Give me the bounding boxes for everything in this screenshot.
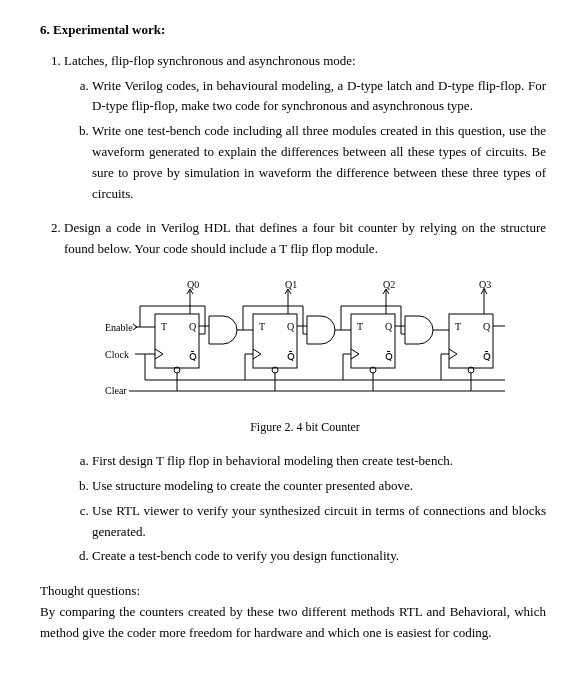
question-2: Design a code in Verilog HDL that define…: [64, 218, 546, 567]
and0: [209, 316, 237, 344]
svg-text:Q̄: Q̄: [483, 351, 491, 362]
q1-a: Write Verilog codes, in behavioural mode…: [92, 76, 546, 118]
q2-b: Use structure modeling to create the cou…: [92, 476, 546, 497]
clock-label: Clock: [105, 349, 129, 360]
ff1: T Q Q̄: [253, 314, 297, 373]
and1: [307, 316, 335, 344]
thought-title: Thought questions:: [40, 581, 546, 602]
question-1: Latches, flip-flop synchronous and async…: [64, 51, 546, 205]
ff2: T Q Q̄: [351, 314, 395, 373]
svg-text:Q̄: Q̄: [287, 351, 295, 362]
q1-text: Latches, flip-flop synchronous and async…: [64, 53, 356, 68]
figure-2: Enable Clock Clear Q0 Q1 Q2 Q3 T Q Q̄: [64, 274, 546, 437]
clear-label: Clear: [105, 385, 127, 396]
section-title-text: Experimental work:: [53, 22, 165, 37]
svg-text:T: T: [357, 321, 363, 332]
svg-text:Q: Q: [189, 321, 197, 332]
svg-text:Q: Q: [483, 321, 491, 332]
svg-text:T: T: [455, 321, 461, 332]
and2: [405, 316, 433, 344]
svg-text:Q̄: Q̄: [189, 351, 197, 362]
q1-label: Q1: [285, 279, 297, 290]
enable-label: Enable: [105, 322, 133, 333]
figure-caption: Figure 2. 4 bit Counter: [64, 418, 546, 437]
q1-b: Write one test-bench code including all …: [92, 121, 546, 204]
ff3: T Q Q̄: [449, 314, 493, 373]
q2-d: Create a test-bench code to verify you d…: [92, 546, 546, 567]
thought-body: By comparing the counters created by the…: [40, 602, 546, 644]
svg-text:T: T: [259, 321, 265, 332]
section-number: 6.: [40, 22, 50, 37]
q2-text: Design a code in Verilog HDL that define…: [64, 220, 546, 256]
svg-text:Q̄: Q̄: [385, 351, 393, 362]
counter-diagram: Enable Clock Clear Q0 Q1 Q2 Q3 T Q Q̄: [95, 274, 515, 414]
svg-text:Q: Q: [385, 321, 393, 332]
q2-c: Use RTL viewer to verify your synthesize…: [92, 501, 546, 543]
q2-a: First design T flip flop in behavioral m…: [92, 451, 546, 472]
q0-label: Q0: [187, 279, 199, 290]
q3-label: Q3: [479, 279, 491, 290]
svg-text:T: T: [161, 321, 167, 332]
section-heading: 6. Experimental work:: [40, 20, 546, 41]
svg-text:Q: Q: [287, 321, 295, 332]
ff0: T Q Q̄: [155, 314, 199, 373]
q2-label: Q2: [383, 279, 395, 290]
